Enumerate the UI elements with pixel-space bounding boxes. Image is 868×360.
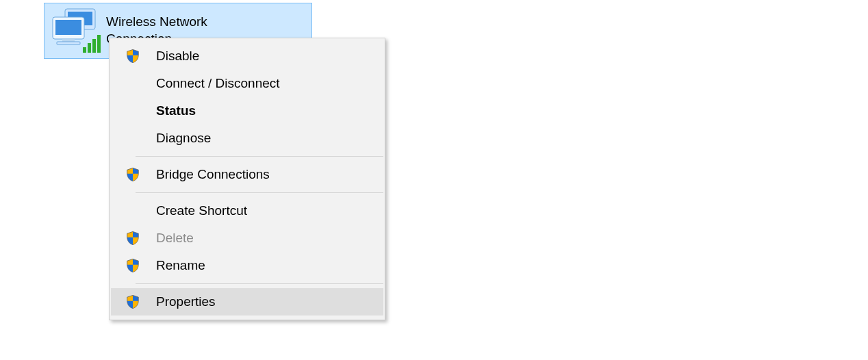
menu-item-status[interactable]: Status: [111, 97, 383, 125]
uac-shield-icon: [116, 258, 149, 273]
menu-item-label: Bridge Connections: [149, 167, 378, 182]
menu-item-connect-disconnect[interactable]: Connect / Disconnect: [111, 70, 383, 97]
svg-rect-7: [88, 43, 91, 53]
uac-shield-icon: [116, 294, 149, 309]
menu-item-label: Diagnose: [149, 131, 378, 146]
menu-item-disable[interactable]: Disable: [111, 42, 383, 70]
menu-separator: [136, 192, 383, 193]
svg-rect-4: [62, 39, 75, 42]
svg-rect-6: [83, 47, 86, 53]
svg-rect-3: [55, 20, 81, 35]
menu-item-label: Create Shortcut: [149, 203, 378, 218]
menu-item-properties[interactable]: Properties: [111, 288, 383, 316]
menu-item-label: Rename: [149, 258, 378, 273]
uac-shield-icon: [116, 167, 149, 182]
uac-shield-icon: [116, 49, 149, 64]
menu-item-label: Connect / Disconnect: [149, 76, 378, 91]
menu-item-bridge-connections[interactable]: Bridge Connections: [111, 161, 383, 188]
svg-rect-5: [57, 42, 80, 44]
svg-rect-9: [97, 35, 101, 53]
context-menu: Disable Connect / Disconnect Status Diag…: [109, 38, 385, 320]
menu-item-rename[interactable]: Rename: [111, 252, 383, 279]
menu-separator: [136, 283, 383, 284]
network-adapter-icon: [44, 3, 106, 58]
menu-item-diagnose[interactable]: Diagnose: [111, 125, 383, 152]
menu-item-label: Disable: [149, 49, 378, 64]
menu-separator: [136, 156, 383, 157]
menu-item-label: Properties: [149, 294, 378, 309]
menu-item-label: Delete: [149, 231, 378, 246]
menu-item-create-shortcut[interactable]: Create Shortcut: [111, 197, 383, 224]
svg-rect-8: [92, 39, 96, 53]
menu-item-label: Status: [149, 103, 378, 118]
menu-item-delete: Delete: [111, 224, 383, 252]
uac-shield-icon: [116, 231, 149, 246]
adapter-label-line1: Wireless Network: [106, 14, 309, 31]
